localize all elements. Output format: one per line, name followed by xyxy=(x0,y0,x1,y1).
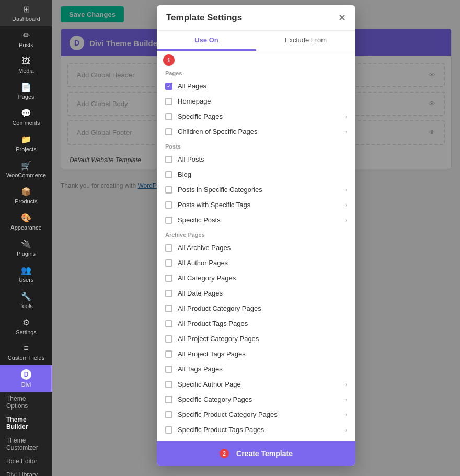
list-item-all-product-tags-pages[interactable]: All Product Tags Pages xyxy=(157,316,355,331)
list-item-all-posts[interactable]: All Posts xyxy=(157,152,355,167)
modal-footer: 2 Create Template xyxy=(157,441,355,466)
checkbox-homepage[interactable] xyxy=(165,98,172,105)
posts-icon: ✏ xyxy=(23,30,30,40)
list-item-posts-specific-categories[interactable]: Posts in Specific Categories › xyxy=(157,182,355,197)
checkbox-all-category-pages[interactable] xyxy=(165,275,172,282)
all-project-tags-pages-label: All Project Tags Pages xyxy=(178,350,246,358)
list-item-all-product-category-pages[interactable]: All Product Category Pages xyxy=(157,301,355,316)
sidebar-item-tools[interactable]: 🔧 Tools xyxy=(0,287,52,313)
sidebar-item-comments[interactable]: 💬 Comments xyxy=(0,104,52,130)
checkbox-all-product-category-pages[interactable] xyxy=(165,305,172,312)
checkbox-all-product-tags-pages[interactable] xyxy=(165,320,172,327)
products-icon: 📦 xyxy=(21,187,31,197)
modal-header: Template Settings ✕ xyxy=(157,5,355,31)
list-item-specific-pages[interactable]: Specific Pages › xyxy=(157,109,355,124)
list-item-all-date-pages[interactable]: All Date Pages xyxy=(157,286,355,301)
checkbox-blog[interactable] xyxy=(165,171,172,178)
checkbox-posts-specific-tags[interactable] xyxy=(165,201,172,209)
sidebar-item-label: Posts xyxy=(19,42,33,48)
modal-body: 1 Pages ✓ All Pages Homepage Specific Pa… xyxy=(157,51,355,441)
list-item-homepage[interactable]: Homepage xyxy=(157,94,355,109)
checkbox-all-tags-pages[interactable] xyxy=(165,366,172,373)
sidebar-item-label: Media xyxy=(18,67,34,74)
sidebar-item-label: Dashboard xyxy=(12,16,40,22)
list-item-children-specific-pages[interactable]: Children of Specific Pages › xyxy=(157,124,355,139)
tab-exclude-from[interactable]: Exclude From xyxy=(256,31,355,51)
all-pages-label: All Pages xyxy=(178,82,206,90)
theme-customizer-label: Theme Customizer xyxy=(6,437,46,451)
theme-builder-label: Theme Builder xyxy=(6,416,46,430)
sidebar-item-dashboard[interactable]: ⊞ Dashboard xyxy=(0,0,52,26)
checkbox-specific-posts[interactable] xyxy=(165,217,172,224)
sidebar-item-appearance[interactable]: 🎨 Appearance xyxy=(0,209,52,235)
list-item-specific-category-pages[interactable]: Specific Category Pages › xyxy=(157,392,355,407)
sidebar-item-media[interactable]: 🖼 Media xyxy=(0,52,52,78)
chevron-icon: › xyxy=(345,186,347,194)
checkbox-specific-pages[interactable] xyxy=(165,113,172,120)
checkbox-posts-specific-categories[interactable] xyxy=(165,186,172,194)
children-specific-pages-label: Children of Specific Pages xyxy=(178,128,257,135)
checkbox-specific-product-tags-pages[interactable] xyxy=(165,426,172,434)
checkbox-all-project-tags-pages[interactable] xyxy=(165,350,172,358)
list-item-all-project-tags-pages[interactable]: All Project Tags Pages xyxy=(157,346,355,361)
checkbox-all-project-category-pages[interactable] xyxy=(165,335,172,343)
specific-product-tags-pages-label: Specific Product Tags Pages xyxy=(178,426,264,434)
list-item-specific-posts[interactable]: Specific Posts › xyxy=(157,212,355,228)
woocommerce-icon: 🛒 xyxy=(21,161,31,171)
posts-specific-categories-label: Posts in Specific Categories xyxy=(178,186,262,194)
list-item-all-tags-pages[interactable]: All Tags Pages xyxy=(157,361,355,377)
list-item-specific-author-page[interactable]: Specific Author Page › xyxy=(157,377,355,392)
checkbox-children-specific-pages[interactable] xyxy=(165,128,172,135)
sidebar-item-label: Settings xyxy=(16,329,37,335)
sidebar-item-woocommerce[interactable]: 🛒 WooCommerce xyxy=(0,156,52,183)
tab-use-on[interactable]: Use On xyxy=(157,31,256,51)
specific-category-pages-label: Specific Category Pages xyxy=(178,395,252,403)
list-item-specific-product-tags-pages[interactable]: Specific Product Tags Pages › xyxy=(157,422,355,437)
sidebar-item-divi-library[interactable]: Divi Library xyxy=(0,468,52,476)
checkbox-specific-product-category-pages[interactable] xyxy=(165,411,172,418)
sidebar-item-custom-fields[interactable]: ≡ Custom Fields xyxy=(0,339,52,365)
sidebar-item-role-editor[interactable]: Role Editor xyxy=(0,455,52,468)
step-badge-2: 2 xyxy=(220,449,229,458)
sidebar-item-projects[interactable]: 📁 Projects xyxy=(0,130,52,156)
list-item-specific-project-category-pages[interactable]: Specific Project Category Pages › xyxy=(157,437,355,441)
checkbox-specific-category-pages[interactable] xyxy=(165,396,172,403)
list-item-all-author-pages[interactable]: All Author Pages xyxy=(157,255,355,270)
sidebar-item-plugins[interactable]: 🔌 Plugins xyxy=(0,235,52,261)
list-item-all-pages[interactable]: ✓ All Pages xyxy=(157,78,355,94)
checkbox-all-pages[interactable]: ✓ xyxy=(165,83,172,90)
sidebar-item-theme-customizer[interactable]: Theme Customizer xyxy=(0,434,52,455)
list-item-posts-specific-tags[interactable]: Posts with Specific Tags › xyxy=(157,197,355,212)
create-template-button[interactable]: 2 Create Template xyxy=(157,441,355,466)
chevron-icon: › xyxy=(345,381,347,388)
sidebar-item-pages[interactable]: 📄 Pages xyxy=(0,78,52,104)
list-item-specific-product-category-pages[interactable]: Specific Product Category Pages › xyxy=(157,407,355,422)
checkbox-all-posts[interactable] xyxy=(165,156,172,163)
modal-close-button[interactable]: ✕ xyxy=(338,13,346,22)
sidebar-item-label: Pages xyxy=(18,94,34,100)
blog-label: Blog xyxy=(178,171,191,178)
checkbox-specific-author-page[interactable] xyxy=(165,381,172,388)
checkbox-all-archive-pages[interactable] xyxy=(165,244,172,252)
role-editor-label: Role Editor xyxy=(6,458,37,465)
checkbox-all-date-pages[interactable] xyxy=(165,290,172,297)
sidebar-item-label: Appearance xyxy=(10,224,41,231)
list-item-all-category-pages[interactable]: All Category Pages xyxy=(157,270,355,286)
list-item-all-archive-pages[interactable]: All Archive Pages xyxy=(157,240,355,255)
list-item-blog[interactable]: Blog xyxy=(157,167,355,182)
sidebar-item-users[interactable]: 👥 Users xyxy=(0,261,52,287)
all-category-pages-label: All Category Pages xyxy=(178,274,236,282)
homepage-label: Homepage xyxy=(178,97,211,105)
sidebar-item-posts[interactable]: ✏ Posts xyxy=(0,26,52,52)
chevron-icon: › xyxy=(345,201,347,209)
sidebar-item-theme-builder[interactable]: Theme Builder xyxy=(0,413,52,434)
modal-overlay: Template Settings ✕ Use On Exclude From … xyxy=(52,0,460,476)
sidebar-item-settings[interactable]: ⚙ Settings xyxy=(0,313,52,339)
checkbox-all-author-pages[interactable] xyxy=(165,259,172,267)
sidebar-item-divi[interactable]: D Divi xyxy=(0,365,52,392)
sidebar-item-theme-options[interactable]: Theme Options xyxy=(0,392,52,413)
sidebar-item-products[interactable]: 📦 Products xyxy=(0,183,52,209)
sidebar-item-label: Divi xyxy=(21,381,31,388)
list-item-all-project-category-pages[interactable]: All Project Category Pages xyxy=(157,331,355,346)
chevron-icon: › xyxy=(345,426,347,434)
